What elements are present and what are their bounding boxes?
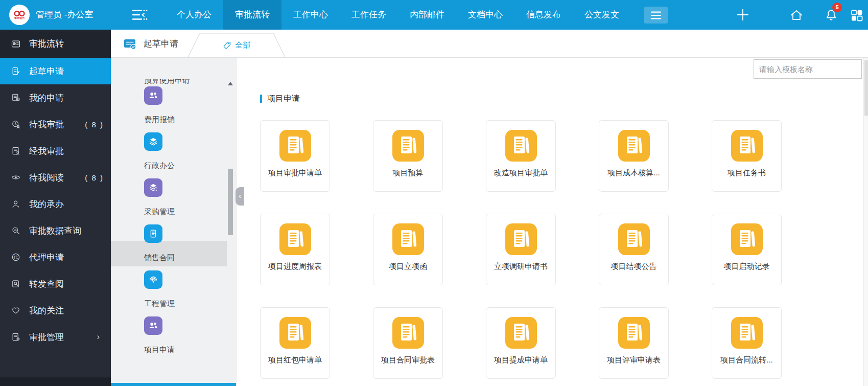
scroll-up-arrow-icon[interactable] (228, 82, 233, 85)
document-template-icon (279, 223, 311, 255)
draft-icon (11, 66, 21, 76)
fingerprint-icon (144, 270, 162, 289)
template-card[interactable]: 项目合同流转... (712, 307, 782, 379)
template-card[interactable]: 项目评审申请表 (599, 307, 669, 379)
sidebar-item-approval-data-query[interactable]: 审批数据查询 (0, 217, 111, 244)
sidebar-item-approval-management[interactable]: 审批管理 › (0, 324, 111, 350)
document-template-icon (731, 223, 763, 255)
document-gear-icon (11, 332, 21, 342)
template-search (754, 59, 862, 79)
document-template-icon (505, 223, 537, 255)
category-item-partial[interactable]: 预算使用申请 (144, 79, 200, 86)
current-user-label[interactable]: 管理员 -办公室 (36, 0, 93, 30)
document-template-icon (618, 317, 650, 349)
tab-all[interactable]: 全部 (187, 33, 286, 58)
sidebar-item-my-undertakings[interactable]: 我的承办 (0, 191, 111, 217)
category-item-expense-reimbursement[interactable]: 费用报销 (144, 86, 236, 132)
nav-work-tasks[interactable]: 工作任务 (340, 0, 398, 30)
section-title: 项目申请 (267, 94, 300, 104)
app-logo[interactable]: 华天动力 (9, 5, 30, 25)
template-card[interactable]: 项目立项函 (373, 214, 443, 285)
document-template-icon (392, 130, 424, 162)
heart-icon (11, 305, 21, 315)
document-template-icon (279, 317, 311, 349)
approval-flow-icon (11, 39, 21, 49)
category-item-procurement[interactable]: 采购管理 (144, 178, 236, 224)
nav-approval-flow[interactable]: 审批流转 (223, 0, 281, 30)
home-icon[interactable] (789, 8, 804, 22)
logo-text: 华天动力 (14, 17, 25, 19)
sidebar-item-my-applications[interactable]: 我的申请 (0, 84, 111, 111)
template-card[interactable]: 项目合同审批表 (373, 307, 443, 379)
main-scrollbar-thumb[interactable] (864, 60, 868, 116)
chevron-right-icon: › (97, 332, 100, 342)
sidebar-bottom-strip (0, 377, 111, 386)
template-card[interactable]: 项目结项公告 (599, 214, 669, 285)
panel-collapse-handle[interactable]: ‹ (236, 187, 244, 206)
main-scrollbar[interactable] (863, 58, 868, 386)
proxy-icon (11, 252, 21, 262)
people-icon (144, 316, 162, 335)
template-card[interactable]: 项目启动记录 (712, 214, 782, 285)
stack-star-icon (144, 178, 162, 197)
template-card[interactable]: 立项调研申请书 (486, 214, 556, 285)
sidebar-item-approved-by-me[interactable]: 经我审批 (0, 138, 111, 164)
document-template-icon (392, 223, 424, 255)
category-item-sales-contract[interactable]: 销售合同 (144, 224, 236, 270)
sidebar-item-forward-review[interactable]: 转发查阅 (0, 270, 111, 297)
apps-grid-icon[interactable] (850, 8, 864, 22)
nav-info-publish[interactable]: 信息发布 (514, 0, 573, 30)
data-search-icon (11, 225, 21, 236)
page-title: 起草申请 (123, 30, 178, 58)
more-nav-icon[interactable] (644, 7, 668, 24)
template-card[interactable]: 项目审批申请单 (260, 120, 330, 192)
document-template-icon (505, 317, 537, 349)
nav-personal-office[interactable]: 个人办公 (165, 0, 223, 30)
main-nav: 个人办公 审批流转 工作中心 工作任务 内部邮件 文档中心 信息发布 公文发文 (165, 0, 631, 30)
category-scrollbar[interactable] (228, 81, 233, 386)
template-card[interactable]: 项目红包申请单 (260, 307, 330, 379)
topbar: 华天动力 管理员 -办公室 个人办公 审批流转 工作中心 工作任务 内部邮件 文… (0, 0, 868, 30)
template-grid-panel: 项目申请 项目审批申请单 项目预算 改造项目审批单 项目成本核算... 项目任务… (236, 58, 868, 386)
nav-document-center[interactable]: 文档中心 (456, 0, 514, 30)
category-item-engineering[interactable]: 工程管理 (144, 270, 236, 316)
person-icon (11, 199, 21, 209)
pending-approval-count: ( 8 ) (85, 120, 104, 129)
template-card[interactable]: 项目提成申请单 (486, 307, 556, 379)
document-icon (144, 224, 162, 243)
template-card[interactable]: 项目成本核算... (599, 120, 669, 192)
to-read-count: ( 8 ) (85, 173, 104, 182)
category-scrollbar-thumb[interactable] (228, 169, 233, 235)
sidebar-item-my-follows[interactable]: 我的关注 (0, 297, 111, 324)
sidebar: 审批流转 起草申请 我的申请 待我审批 ( 8 ) 经我审批 待我阅读 ( 8 … (0, 30, 111, 386)
sidebar-item-draft-application[interactable]: 起草申请 (0, 58, 111, 84)
menu-collapse-icon[interactable] (132, 9, 149, 21)
clipboard-check-icon (123, 37, 137, 51)
document-template-icon (618, 223, 650, 255)
notification-count-badge: 5 (832, 3, 842, 12)
nav-work-center[interactable]: 工作中心 (281, 0, 340, 30)
sidebar-item-pending-my-approval[interactable]: 待我审批 ( 8 ) (0, 111, 111, 138)
template-category-panel: 预算使用申请 费用报销 行政办公 采购管理 销售合同 工程管理 项目申请 (111, 58, 236, 386)
sidebar-item-to-read[interactable]: 待我阅读 ( 8 ) (0, 164, 111, 191)
sidebar-item-proxy-application[interactable]: 代理申请 (0, 244, 111, 270)
template-card[interactable]: 项目任务书 (712, 120, 782, 192)
tag-icon (223, 41, 231, 50)
people-icon (144, 86, 162, 105)
nav-internal-mail[interactable]: 内部邮件 (398, 0, 456, 30)
document-template-icon (392, 317, 424, 349)
section-header: 项目申请 (260, 94, 300, 104)
template-search-input[interactable] (754, 59, 862, 79)
template-cards-grid: 项目审批申请单 项目预算 改造项目审批单 项目成本核算... 项目任务书 项目进… (260, 120, 782, 379)
template-card[interactable]: 项目进度周报表 (260, 214, 330, 285)
section-accent-bar (260, 95, 262, 103)
template-card[interactable]: 项目预算 (373, 120, 443, 192)
nav-official-docs[interactable]: 公文发文 (573, 0, 631, 30)
template-card[interactable]: 改造项目审批单 (486, 120, 556, 192)
new-item-icon[interactable] (736, 8, 750, 22)
category-item-admin-office[interactable]: 行政办公 (144, 132, 236, 178)
document-template-icon (731, 130, 763, 162)
sidebar-module-title: 审批流转 (0, 30, 111, 58)
tabbar: 起草申请 全部 (111, 30, 868, 58)
category-item-project-application[interactable]: 项目申请 (144, 316, 236, 362)
